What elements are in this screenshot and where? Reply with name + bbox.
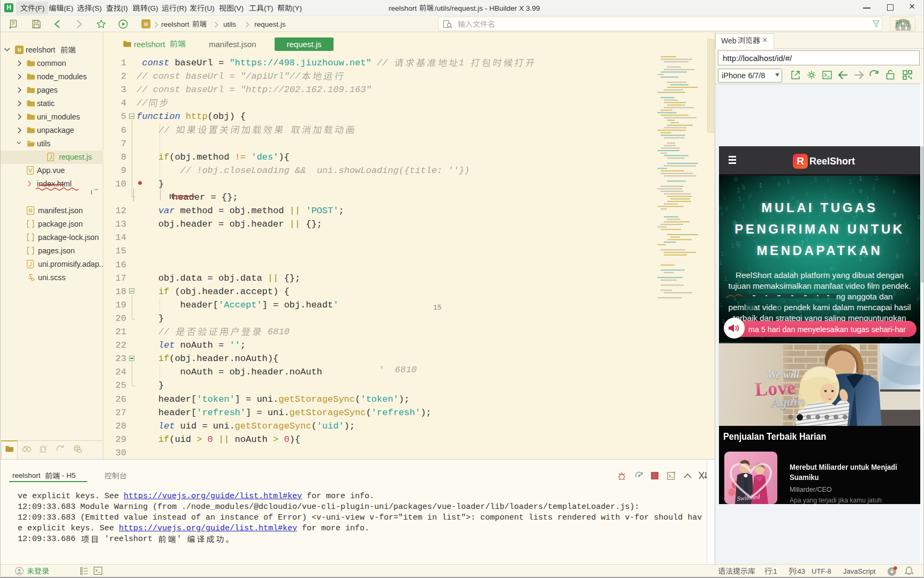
svg-text:1: 1 — [759, 182, 762, 190]
svg-text:1: 1 — [830, 182, 833, 188]
svg-text:1: 1 — [851, 187, 854, 194]
svg-text:1: 1 — [872, 184, 875, 191]
svg-text:1: 1 — [737, 187, 740, 194]
svg-text:1: 1 — [786, 178, 790, 185]
svg-text:1: 1 — [805, 191, 808, 197]
svg-text:0: 0 — [734, 176, 738, 184]
svg-text:1: 1 — [814, 176, 817, 184]
svg-text:1: 1 — [849, 178, 852, 186]
svg-text:0: 0 — [829, 188, 832, 194]
svg-text:0: 0 — [892, 189, 896, 195]
svg-text:0: 0 — [777, 182, 781, 187]
svg-text:1: 1 — [743, 184, 746, 191]
svg-text:0: 0 — [859, 189, 862, 194]
svg-text:1: 1 — [772, 176, 776, 181]
svg-text:1: 1 — [859, 176, 862, 183]
svg-text:1: 1 — [875, 176, 878, 182]
